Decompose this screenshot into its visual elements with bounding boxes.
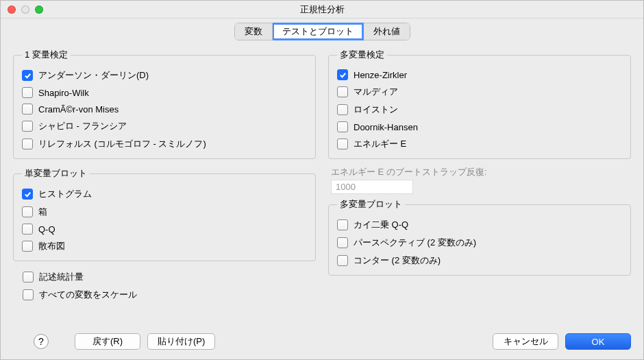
tab-variables[interactable]: 変数 xyxy=(234,23,273,40)
label-mardia: マルディア xyxy=(354,86,398,98)
label-royston: ロイストン xyxy=(354,104,398,116)
paste-button[interactable]: 貼り付け(P) xyxy=(147,333,215,350)
row-mardia[interactable]: マルディア xyxy=(337,83,622,101)
label-shapiro-wilk: Shapiro-Wilk xyxy=(38,88,89,98)
label-box: 箱 xyxy=(38,206,47,218)
checkbox-scale-all[interactable] xyxy=(23,289,34,300)
tab-segment: 変数 テストとブロット 外れ値 xyxy=(234,23,410,40)
label-qq: Q-Q xyxy=(38,224,55,235)
row-shapiro-francia[interactable]: シャピロ - フランシア xyxy=(22,117,307,135)
label-lilliefors: リレフォルス (コルモゴロフ - スミルノフ) xyxy=(38,138,206,150)
checkbox-energy-e[interactable] xyxy=(337,139,348,149)
label-anderson-darling: アンダーソン・ダーリン(D) xyxy=(38,69,149,82)
titlebar: 正規性分析 xyxy=(1,1,643,19)
checkbox-qq[interactable] xyxy=(22,224,33,235)
checkbox-descriptives[interactable] xyxy=(23,272,34,283)
label-chisq-qq: カイ二乗 Q-Q xyxy=(354,219,408,231)
checkbox-lilliefors[interactable] xyxy=(22,139,33,149)
checkbox-doornik-hansen[interactable] xyxy=(337,121,348,132)
checkbox-henze-zirkler[interactable] xyxy=(337,69,348,80)
label-cramer-von-mises: CramÃ©r-von Mises xyxy=(38,104,119,115)
help-button[interactable]: ? xyxy=(34,334,49,349)
row-doornik-hansen[interactable]: Doornik-Hansen xyxy=(337,119,622,135)
minimize-icon[interactable] xyxy=(21,5,29,14)
row-royston[interactable]: ロイストン xyxy=(337,101,622,119)
zoom-icon[interactable] xyxy=(35,5,43,14)
checkbox-mardia[interactable] xyxy=(337,86,348,97)
content: 1 変量検定 アンダーソン・ダーリン(D) Shapiro-Wilk CramÃ… xyxy=(1,40,643,326)
tab-outliers[interactable]: 外れ値 xyxy=(364,23,410,40)
checkbox-scatter[interactable] xyxy=(22,241,33,252)
dialog-normality-analysis: 正規性分析 変数 テストとブロット 外れ値 1 変量検定 アンダーソン・ダーリン… xyxy=(0,0,644,360)
label-descriptives: 記述統計量 xyxy=(39,271,84,283)
group-univariate-plots: 単変量ブロット ヒストグラム 箱 Q-Q 散布図 xyxy=(13,167,316,261)
row-energy-e[interactable]: エネルギー E xyxy=(337,135,622,153)
left-column: 1 変量検定 アンダーソン・ダーリン(D) Shapiro-Wilk CramÃ… xyxy=(13,46,316,324)
label-energy-e: エネルギー E xyxy=(354,138,406,150)
label-perspective: パースペクティブ (2 変数のみ) xyxy=(354,237,476,249)
checkbox-perspective[interactable] xyxy=(337,237,348,248)
row-box[interactable]: 箱 xyxy=(22,203,307,221)
checkbox-shapiro-francia[interactable] xyxy=(22,121,33,132)
label-henze-zirkler: Henze-Zirkler xyxy=(354,70,407,80)
window-title: 正規性分析 xyxy=(1,3,643,16)
close-icon[interactable] xyxy=(8,5,16,14)
legend-univariate-tests: 1 変量検定 xyxy=(22,49,71,61)
checkbox-contour[interactable] xyxy=(337,255,348,266)
row-scale-all[interactable]: すべての変数をスケール xyxy=(23,286,313,304)
energy-bootstrap-input[interactable] xyxy=(331,180,413,194)
group-multivariate-tests: 多変量検定 Henze-Zirkler マルディア ロイストン Doornik-… xyxy=(328,49,631,159)
loose-checks: 記述統計量 すべての変数をスケール xyxy=(13,267,316,304)
energy-bootstrap-field: エネルギー E のブートストラップ反復: xyxy=(328,165,631,195)
row-qq[interactable]: Q-Q xyxy=(22,221,307,237)
checkbox-chisq-qq[interactable] xyxy=(337,219,348,230)
checkbox-shapiro-wilk[interactable] xyxy=(22,87,33,98)
label-scatter: 散布図 xyxy=(38,240,65,252)
checkbox-anderson-darling[interactable] xyxy=(22,70,33,81)
label-contour: コンター (2 変数のみ) xyxy=(354,254,441,267)
checkbox-box[interactable] xyxy=(22,206,33,217)
window-controls xyxy=(1,5,43,14)
label-scale-all: すべての変数をスケール xyxy=(39,289,137,301)
legend-multivariate-plots: 多変量ブロット xyxy=(337,198,405,211)
reset-button[interactable]: 戻す(R) xyxy=(75,333,140,350)
ok-button[interactable]: OK xyxy=(565,333,631,350)
energy-bootstrap-label: エネルギー E のブートストラップ反復: xyxy=(331,166,628,178)
checkbox-cramer-von-mises[interactable] xyxy=(22,104,33,115)
group-univariate-tests: 1 変量検定 アンダーソン・ダーリン(D) Shapiro-Wilk CramÃ… xyxy=(13,49,316,159)
row-contour[interactable]: コンター (2 変数のみ) xyxy=(337,252,622,269)
label-histogram: ヒストグラム xyxy=(38,188,92,200)
row-descriptives[interactable]: 記述統計量 xyxy=(23,268,313,286)
group-multivariate-plots: 多変量ブロット カイ二乗 Q-Q パースペクティブ (2 変数のみ) コンター … xyxy=(328,198,631,276)
label-doornik-hansen: Doornik-Hansen xyxy=(354,122,418,132)
tabbar: 変数 テストとブロット 外れ値 xyxy=(1,19,643,40)
legend-multivariate-tests: 多変量検定 xyxy=(337,49,387,61)
row-lilliefors[interactable]: リレフォルス (コルモゴロフ - スミルノフ) xyxy=(22,135,307,153)
row-chisq-qq[interactable]: カイ二乗 Q-Q xyxy=(337,216,622,234)
row-henze-zirkler[interactable]: Henze-Zirkler xyxy=(337,67,622,83)
tab-tests-plots[interactable]: テストとブロット xyxy=(273,23,364,40)
row-perspective[interactable]: パースペクティブ (2 変数のみ) xyxy=(337,234,622,252)
row-scatter[interactable]: 散布図 xyxy=(22,237,307,255)
checkbox-royston[interactable] xyxy=(337,104,348,115)
footer: ? 戻す(R) 貼り付け(P) キャンセル OK xyxy=(1,326,643,359)
row-cramer-von-mises[interactable]: CramÃ©r-von Mises xyxy=(22,101,307,117)
legend-univariate-plots: 単変量ブロット xyxy=(22,167,90,180)
checkbox-histogram[interactable] xyxy=(22,189,33,200)
row-anderson-darling[interactable]: アンダーソン・ダーリン(D) xyxy=(22,67,307,84)
row-histogram[interactable]: ヒストグラム xyxy=(22,185,307,203)
label-shapiro-francia: シャピロ - フランシア xyxy=(38,120,127,132)
right-column: 多変量検定 Henze-Zirkler マルディア ロイストン Doornik-… xyxy=(328,46,631,324)
row-shapiro-wilk[interactable]: Shapiro-Wilk xyxy=(22,84,307,101)
cancel-button[interactable]: キャンセル xyxy=(493,333,558,350)
